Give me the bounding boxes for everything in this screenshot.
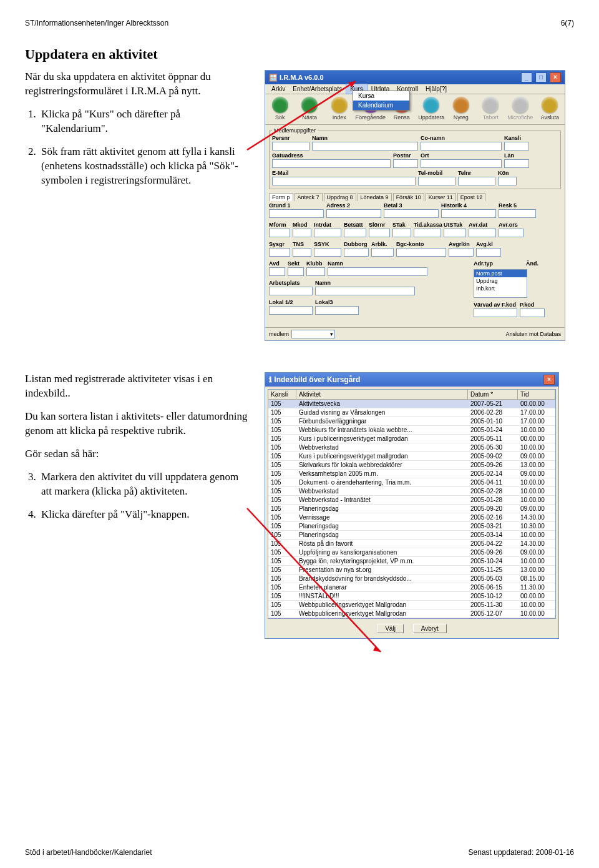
- table-row[interactable]: 105Webbverkstad2005-02-2810.00.00: [268, 487, 555, 496]
- input-utstak[interactable]: [444, 229, 466, 237]
- toolbar-sök-button[interactable]: Sök: [266, 97, 294, 121]
- input-bets-tt[interactable]: [344, 229, 366, 237]
- tab-form-p[interactable]: Form p: [269, 193, 293, 201]
- table-row[interactable]: 105Webbpubliceringsverktyget Mallgrodan2…: [268, 609, 555, 618]
- valj-button[interactable]: Välj: [377, 624, 404, 633]
- close-button[interactable]: ×: [543, 375, 555, 385]
- input-namn[interactable]: [312, 142, 418, 150]
- col-datum-header[interactable]: Datum *: [468, 390, 518, 399]
- tab-lönedata-9[interactable]: Lönedata 9: [358, 193, 392, 201]
- tab-anteck-7[interactable]: Anteck 7: [295, 193, 323, 201]
- input-postnr[interactable]: [393, 159, 418, 168]
- input-ssyk[interactable]: [314, 248, 341, 257]
- input-lokal3[interactable]: [315, 306, 359, 315]
- table-row[interactable]: 105Vernissage2005-02-1614.30.00: [268, 513, 555, 522]
- input-persnr[interactable]: [272, 142, 309, 150]
- input-klubb[interactable]: [306, 267, 325, 276]
- table-row[interactable]: 105Kurs i publiceringsverktyget mallgrod…: [268, 435, 555, 443]
- table-row[interactable]: 105Dokument- o ärendehantering, Tria m.m…: [268, 478, 555, 487]
- input-mkod[interactable]: [293, 229, 311, 237]
- input-co-namn[interactable]: [421, 142, 502, 150]
- status-dropdown[interactable]: ▾: [291, 330, 335, 338]
- input-sysgr[interactable]: [269, 248, 290, 257]
- col-tid-header[interactable]: Tid: [518, 390, 555, 399]
- table-row[interactable]: 105!!!INSTÄLLD!!!2005-10-1200.00.00: [268, 592, 555, 601]
- table-row[interactable]: 105Skrivarkurs för lokala webbredaktörer…: [268, 461, 555, 470]
- listbox-item[interactable]: Inb.kort: [474, 285, 527, 292]
- input-arblk-[interactable]: [371, 248, 394, 257]
- table-row[interactable]: 105Presentation av nya st.org2005-11-251…: [268, 566, 555, 575]
- input-avgrl-n[interactable]: [449, 248, 474, 257]
- col-kansli-header[interactable]: Kansli: [268, 390, 296, 399]
- table-row[interactable]: 105Rösta på din favorit2005-04-2214.30.0…: [268, 540, 555, 548]
- table-row[interactable]: 105Planeringsdag2005-03-1410.00.00: [268, 531, 555, 540]
- table-row[interactable]: 105Planeringsdag2005-03-2110.30.00: [268, 522, 555, 531]
- table-row[interactable]: 105Webbverkstad2005-05-3010.00.00: [268, 443, 555, 452]
- input-avg-kl[interactable]: [476, 248, 501, 257]
- input-namn[interactable]: [328, 267, 427, 276]
- tab-kurser-11[interactable]: Kurser 11: [426, 193, 456, 201]
- input-p-kod[interactable]: [520, 308, 545, 317]
- input-ort[interactable]: [421, 159, 502, 168]
- col-aktivitet-header[interactable]: Aktivitet: [296, 390, 468, 399]
- tab-försäk-10[interactable]: Försäk 10: [393, 193, 424, 201]
- input-v-rvad-av-f-kod[interactable]: [474, 308, 517, 317]
- input-k-n[interactable]: [498, 177, 517, 185]
- table-row[interactable]: 105Webbverkstad - Intranätet2005-01-2810…: [268, 496, 555, 505]
- table-row[interactable]: 105Bygga lön, rekryteringsprojektet, VP …: [268, 557, 555, 566]
- table-row[interactable]: 105Uppföljning av kansliorganisationen20…: [268, 548, 555, 557]
- input-bgc-konto[interactable]: [396, 248, 446, 257]
- dropdown-item-kalendarium[interactable]: Kalendarium: [353, 101, 409, 110]
- table-row[interactable]: 105Aktivitetsvecka2007-05-2100.00.00: [268, 400, 555, 408]
- input-e-mail[interactable]: [272, 177, 416, 185]
- tab-uppdrag-8[interactable]: Uppdrag 8: [324, 193, 356, 201]
- table-row[interactable]: 105Webbkurs för intranätets lokala webbr…: [268, 426, 555, 435]
- toolbar-index-button[interactable]: Index: [326, 97, 353, 121]
- menu-hj-lp-[interactable]: Hjälp[?]: [422, 84, 450, 94]
- table-row[interactable]: 105Brandskyddsövning för brandskyddsdo..…: [268, 575, 555, 583]
- input-resk-5[interactable]: [499, 209, 536, 218]
- input-sekt[interactable]: [288, 267, 304, 276]
- input-mform[interactable]: [269, 229, 290, 237]
- close-button[interactable]: ×: [550, 72, 561, 82]
- tab-epost-12[interactable]: Epost 12: [457, 193, 486, 201]
- avbryt-button[interactable]: Avbryt: [413, 624, 447, 633]
- input-namn[interactable]: [315, 287, 415, 295]
- input-tns[interactable]: [293, 248, 311, 257]
- input-tel-mobil[interactable]: [418, 177, 455, 185]
- input-stak[interactable]: [392, 229, 411, 237]
- input-arbetsplats[interactable]: [269, 287, 313, 295]
- menu-arkiv[interactable]: Arkiv: [268, 84, 289, 94]
- menu-enhet-arbetsplats[interactable]: Enhet/Arbetsplats: [289, 84, 346, 94]
- minimize-button[interactable]: _: [521, 72, 532, 82]
- input-l-n[interactable]: [504, 159, 529, 168]
- table-row[interactable]: 105Förbunds­överläggningar2005-01-1017.0…: [268, 417, 555, 426]
- input-gatuadress[interactable]: [272, 159, 391, 168]
- input-telnr[interactable]: [458, 177, 495, 185]
- toolbar-avsluta-button[interactable]: Avsluta: [537, 97, 564, 121]
- input-avr-dat[interactable]: [469, 229, 496, 237]
- input-historik-4[interactable]: [441, 209, 496, 218]
- dropdown-item-kursa[interactable]: Kursa: [353, 91, 409, 101]
- table-row[interactable]: 105Webbpubliceringsverktyget Mallgrodan2…: [268, 601, 555, 609]
- adrtyp-listbox[interactable]: Norm.postUppdragInb.kort: [474, 269, 527, 298]
- input-grund-1[interactable]: [269, 209, 324, 218]
- table-row[interactable]: 105Guidad visning av Vårsalongen2006-02-…: [268, 408, 555, 417]
- toolbar-nyreg-button[interactable]: Nyreg: [447, 97, 475, 121]
- input-betal-3[interactable]: [384, 209, 439, 218]
- toolbar-uppdatera-button[interactable]: Uppdatera: [418, 97, 446, 121]
- input-adress-2[interactable]: [326, 209, 381, 218]
- input-kansli[interactable]: [504, 142, 529, 150]
- input-avr-ors[interactable]: [499, 229, 524, 237]
- maximize-button[interactable]: □: [535, 72, 547, 82]
- table-row[interactable]: 105Enheten planerar2005-06-1511.30.00: [268, 583, 555, 592]
- toolbar-nästa-button[interactable]: Nästa: [296, 97, 324, 121]
- input-intrdat[interactable]: [314, 229, 341, 237]
- listbox-item[interactable]: Norm.post: [474, 270, 527, 277]
- table-row[interactable]: 105Planeringsdag2005-09-2009.00.00: [268, 505, 555, 513]
- input-tid-akassa[interactable]: [414, 229, 441, 237]
- table-row[interactable]: 105Verksamhetsplan 2005 m.m.2005-02-1409…: [268, 470, 555, 478]
- table-row[interactable]: 105Kurs i publiceringsverktyget mallgrod…: [268, 452, 555, 461]
- input-dubborg[interactable]: [344, 248, 369, 257]
- listbox-item[interactable]: Uppdrag: [474, 277, 527, 285]
